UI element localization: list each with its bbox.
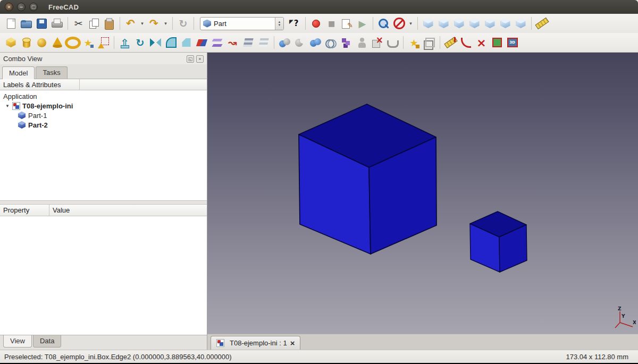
part-common-icon[interactable] <box>324 36 338 50</box>
cut-icon[interactable]: ✂ <box>71 16 86 31</box>
maximize-window-icon[interactable]: ▢ <box>29 3 38 11</box>
whats-this-icon[interactable]: ? <box>288 16 302 31</box>
tab-close-icon[interactable]: × <box>290 339 295 347</box>
workbench-icon <box>203 20 211 28</box>
part-refine-shape-icon[interactable]: ★ <box>407 36 421 50</box>
macro-record-icon[interactable] <box>309 16 323 31</box>
macro-stop-icon[interactable]: ■ <box>324 16 339 31</box>
part-section-icon[interactable] <box>241 36 255 50</box>
separator <box>194 17 194 30</box>
part-check-geometry-icon[interactable] <box>355 36 369 50</box>
property-table-header: Property Value <box>0 205 207 216</box>
property-column-header[interactable]: Property <box>0 205 49 216</box>
minimize-window-icon[interactable]: − <box>17 3 26 11</box>
part-measure-toolbar: × <box>443 36 520 50</box>
refresh-icon[interactable]: ↻ <box>176 16 190 31</box>
tree-item-part1[interactable]: Part-1 <box>0 111 207 120</box>
small-cube <box>470 211 527 272</box>
tree-item-document[interactable]: ▼ T08-ejemplo-ini <box>0 101 207 111</box>
part-compound-icon[interactable] <box>339 36 354 50</box>
value-column-header[interactable]: Value <box>49 205 207 216</box>
save-document-icon[interactable] <box>35 16 49 31</box>
part-sweep-icon[interactable]: ↝ <box>225 36 240 50</box>
measure-distance-icon[interactable] <box>535 16 549 31</box>
panel-splitter[interactable] <box>0 200 207 205</box>
redo-dropdown-icon[interactable]: ▾ <box>162 16 169 31</box>
part-union-icon[interactable] <box>308 36 323 50</box>
part-defeaturing-icon[interactable] <box>370 36 384 50</box>
help-toolbar: ? <box>287 16 303 31</box>
part-torus-icon[interactable] <box>65 36 80 50</box>
paste-icon[interactable] <box>102 16 116 31</box>
part-cylinder-icon[interactable] <box>19 36 33 50</box>
close-window-icon[interactable]: × <box>5 3 13 11</box>
measure-linear-icon[interactable] <box>443 36 458 50</box>
part-offset-icon[interactable] <box>422 36 436 50</box>
part-boolean-toolbar <box>277 36 400 50</box>
measure-toggle-3d-icon[interactable] <box>505 36 519 50</box>
part-cut-icon[interactable] <box>293 36 307 50</box>
workbench-spinner-icon[interactable] <box>275 18 283 30</box>
separator <box>120 17 120 30</box>
titlebar: ×−▢ FreeCAD <box>0 0 638 14</box>
redo-icon[interactable]: ↷ <box>147 16 161 31</box>
view-top-icon[interactable] <box>452 16 466 31</box>
tab-model[interactable]: Model <box>2 66 35 79</box>
separator <box>172 17 173 30</box>
part-ruled-surface-icon[interactable] <box>195 36 209 50</box>
draw-style-icon[interactable] <box>392 16 406 31</box>
view-left-icon[interactable] <box>514 16 528 31</box>
combo-view-header: Combo View ◱× <box>0 53 207 64</box>
macro-edit-icon[interactable] <box>340 16 354 31</box>
tree-label: Application <box>3 92 37 100</box>
print-document-icon[interactable] <box>50 16 64 31</box>
part-sphere-icon[interactable] <box>35 36 49 50</box>
part-fillet-icon[interactable] <box>164 36 178 50</box>
tab-tasks[interactable]: Tasks <box>36 66 67 79</box>
part-loft-icon[interactable] <box>210 36 224 50</box>
part-thickness-icon[interactable] <box>385 36 400 50</box>
panel-close-icon[interactable]: × <box>196 55 204 63</box>
separator <box>68 17 68 30</box>
freecad-window: ×−▢ FreeCAD ✂ ↶▾↷▾ ↻ Part ? ■▶ ▾ ★ ⇧↻↝ ★ <box>0 0 638 364</box>
undo-dropdown-icon[interactable]: ▾ <box>139 16 146 31</box>
open-document-icon[interactable] <box>19 16 33 31</box>
view-rear-icon[interactable] <box>483 16 497 31</box>
new-document-icon[interactable] <box>4 16 18 31</box>
macro-play-icon[interactable]: ▶ <box>355 16 370 31</box>
fit-all-icon[interactable] <box>376 16 391 31</box>
view-front-icon[interactable] <box>436 16 451 31</box>
part-box-icon[interactable] <box>4 36 18 50</box>
draw-style-dropdown-icon[interactable]: ▾ <box>407 16 414 31</box>
expander-icon[interactable]: ▼ <box>5 104 12 108</box>
panel-undock-icon[interactable]: ◱ <box>187 55 194 63</box>
copy-icon[interactable] <box>87 16 101 31</box>
workbench-selector[interactable]: Part <box>200 17 284 30</box>
property-table-body[interactable] <box>0 216 207 335</box>
part-cross-sections-icon[interactable] <box>256 36 271 50</box>
combo-view-tabbar: Model Tasks <box>0 64 207 79</box>
viewport[interactable]: Z Y X <box>207 53 638 334</box>
part-boolean-icon[interactable] <box>278 36 292 50</box>
undo-icon[interactable]: ↶ <box>123 16 138 31</box>
part-mirror-icon[interactable] <box>148 36 163 50</box>
document-tab[interactable]: T08-ejemplo-ini : 1 × <box>211 336 300 350</box>
part-primitives-icon[interactable]: ★ <box>81 36 95 50</box>
view-right-icon[interactable] <box>467 16 482 31</box>
tab-data[interactable]: Data <box>33 335 61 348</box>
view-bottom-icon[interactable] <box>498 16 513 31</box>
part-shape-builder-icon[interactable] <box>96 36 111 50</box>
tree-item-part2[interactable]: Part-2 <box>0 120 207 130</box>
measure-angular-icon[interactable] <box>459 36 473 50</box>
tab-view[interactable]: View <box>3 335 32 348</box>
part-extrude-icon[interactable]: ⇧ <box>117 36 132 50</box>
measure-toggle-all-icon[interactable] <box>490 36 504 50</box>
view-axonometric-icon[interactable] <box>421 16 435 31</box>
measure-clear-all-icon[interactable]: × <box>474 36 489 50</box>
large-cube <box>299 104 436 254</box>
tree-label: Part-1 <box>28 112 47 120</box>
tree-item-application[interactable]: Application <box>0 91 207 101</box>
part-chamfer-icon[interactable] <box>179 36 194 50</box>
part-revolve-icon[interactable]: ↻ <box>133 36 147 50</box>
part-cone-icon[interactable] <box>50 36 64 50</box>
